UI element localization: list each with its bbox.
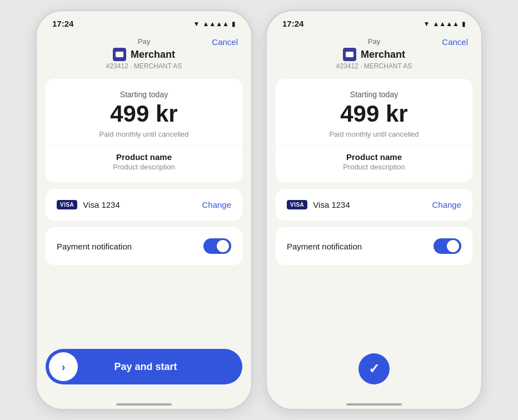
- header-left: Pay Merchant #23412 · MERCHANT AS Cancel: [37, 33, 251, 79]
- merchant-icon-inner-right: [346, 52, 353, 57]
- product-name-left: Product name: [57, 152, 231, 162]
- divider-left: [46, 145, 242, 146]
- visa-info-left: VISA Visa 1234: [57, 200, 120, 209]
- product-desc-right: Product description: [287, 163, 461, 171]
- pay-start-label: Pay and start: [78, 361, 242, 373]
- merchant-name-left: Merchant: [131, 49, 175, 61]
- battery-icon: ▮: [232, 20, 236, 28]
- pay-start-circle: ›: [49, 352, 78, 381]
- content-right: Starting today 499 kr Paid monthly until…: [267, 79, 481, 344]
- wifi-icon: ▼: [193, 20, 200, 28]
- notification-card-left: Payment notification: [46, 227, 242, 265]
- check-circle-button[interactable]: ✓: [358, 353, 390, 384]
- visa-number-right: Visa 1234: [313, 200, 350, 209]
- merchant-info-right: Merchant: [343, 48, 405, 61]
- visa-number-left: Visa 1234: [83, 200, 119, 209]
- payment-method-card-left: VISA Visa 1234 Change: [46, 189, 242, 221]
- merchant-icon-left: [113, 48, 126, 61]
- status-time-left: 17:24: [52, 19, 73, 28]
- billing-info-left: Paid monthly until cancelled: [57, 130, 231, 138]
- amount-card-left: Starting today 499 kr Paid monthly until…: [46, 79, 242, 182]
- phone-left: 17:24 ▼ ▲▲▲▲ ▮ Pay Merchant #23412 · MER…: [36, 10, 252, 410]
- change-button-right[interactable]: Change: [432, 200, 461, 209]
- merchant-icon-inner-left: [116, 52, 123, 57]
- billing-info-right: Paid monthly until cancelled: [287, 130, 461, 138]
- notification-label-left: Payment notification: [57, 242, 132, 251]
- amount-left: 499 kr: [57, 101, 231, 127]
- content-left: Starting today 499 kr Paid monthly until…: [37, 79, 251, 340]
- merchant-name-right: Merchant: [361, 49, 405, 61]
- check-icon: ✓: [368, 361, 380, 377]
- starting-today-right: Starting today: [287, 90, 461, 99]
- visa-badge-right: VISA: [287, 200, 307, 209]
- header-right: Pay Merchant #23412 · MERCHANT AS Cancel: [267, 33, 481, 79]
- status-bar-right: 17:24 ▼ ▲▲▲▲ ▮: [267, 11, 481, 33]
- change-button-left[interactable]: Change: [202, 200, 231, 209]
- merchant-info-left: Merchant: [113, 48, 175, 61]
- pay-start-button[interactable]: › Pay and start: [46, 349, 242, 384]
- status-time-right: 17:24: [282, 19, 303, 28]
- notification-toggle-right[interactable]: [434, 238, 461, 254]
- home-bar-left: [37, 398, 251, 409]
- chevron-right-icon: ›: [62, 361, 66, 372]
- home-bar-right: [267, 398, 481, 409]
- merchant-sub-right: #23412 · MERCHANT AS: [336, 62, 412, 70]
- notification-toggle-left[interactable]: [203, 238, 231, 254]
- visa-info-right: VISA Visa 1234: [287, 200, 350, 209]
- notification-card-right: Payment notification: [276, 227, 472, 265]
- merchant-icon-right: [343, 48, 356, 61]
- amount-card-right: Starting today 499 kr Paid monthly until…: [276, 79, 472, 182]
- home-bar-line-right: [346, 403, 402, 406]
- wifi-icon-right: ▼: [424, 20, 430, 28]
- phone-right: 17:24 ▼ ▲▲▲▲ ▮ Pay Merchant #23412 · MER…: [266, 10, 482, 410]
- bottom-right: ✓: [267, 344, 481, 398]
- visa-badge-left: VISA: [57, 200, 77, 209]
- amount-right: 499 kr: [287, 101, 461, 127]
- notification-label-right: Payment notification: [287, 242, 362, 251]
- status-icons-right: ▼ ▲▲▲▲ ▮: [424, 20, 466, 28]
- toggle-thumb-left: [217, 240, 229, 252]
- signal-icon-right: ▲▲▲▲: [432, 20, 459, 28]
- status-bar-left: 17:24 ▼ ▲▲▲▲ ▮: [37, 11, 251, 33]
- divider-right: [276, 145, 472, 146]
- payment-method-card-right: VISA Visa 1234 Change: [276, 189, 472, 221]
- status-icons-left: ▼ ▲▲▲▲ ▮: [193, 20, 236, 28]
- pay-label-left: Pay: [138, 37, 150, 46]
- toggle-thumb-right: [447, 240, 459, 252]
- battery-icon-right: ▮: [462, 20, 466, 28]
- signal-icon: ▲▲▲▲: [202, 20, 229, 28]
- product-name-right: Product name: [287, 152, 461, 162]
- bottom-left: › Pay and start: [37, 340, 251, 398]
- product-desc-left: Product description: [57, 163, 231, 171]
- merchant-sub-left: #23412 · MERCHANT AS: [106, 62, 182, 70]
- starting-today-left: Starting today: [57, 90, 231, 99]
- home-bar-line-left: [116, 403, 172, 406]
- cancel-button-left[interactable]: Cancel: [212, 37, 238, 47]
- pay-label-right: Pay: [368, 37, 380, 46]
- cancel-button-right[interactable]: Cancel: [442, 37, 468, 47]
